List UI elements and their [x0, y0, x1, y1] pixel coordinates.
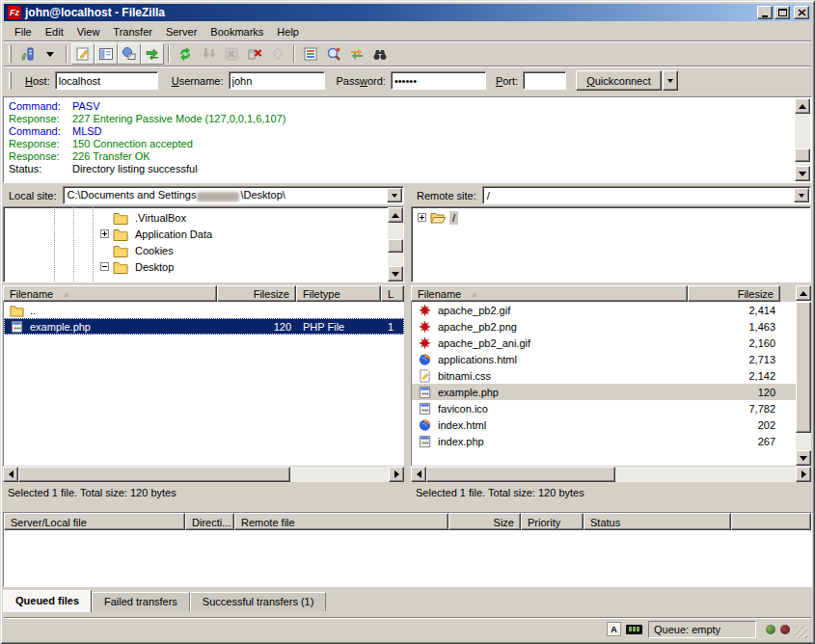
remote-horizontal-scrollbar[interactable] [411, 467, 811, 482]
toggle-transfer-queue-button[interactable] [141, 43, 164, 65]
menu-help[interactable]: Help [270, 24, 306, 40]
quickconnect-dropdown-button[interactable] [663, 70, 678, 91]
quickconnect-button[interactable]: Quickconnect [576, 70, 662, 91]
toolbar-grip[interactable] [9, 45, 12, 63]
scroll-up-button[interactable] [796, 285, 811, 301]
synchronized-browsing-button[interactable] [345, 43, 368, 65]
resize-grip[interactable] [795, 626, 807, 638]
column-header-status[interactable]: Status [584, 513, 731, 530]
file-row-apache-pb2-ani-gif[interactable]: apache_pb2_ani.gif2,160 [412, 335, 796, 351]
directory-filters-button[interactable] [299, 43, 322, 65]
remote-site-combo[interactable]: / [482, 186, 811, 204]
password-input[interactable] [391, 71, 486, 90]
tree-item-cookies[interactable]: Cookies [100, 242, 387, 258]
refresh-icon [177, 46, 193, 62]
scroll-thumb[interactable] [795, 148, 810, 162]
column-header-priority[interactable]: Priority [521, 513, 584, 530]
column-header-remote-file[interactable]: Remote file [234, 513, 448, 530]
tree-item--virtualbox[interactable]: .VirtualBox [100, 209, 387, 226]
site-manager-button[interactable] [15, 43, 39, 65]
close-button[interactable] [794, 6, 809, 19]
column-header-filesize[interactable]: Filesize [688, 285, 780, 302]
scroll-thumb[interactable] [388, 239, 403, 253]
scroll-right-button[interactable] [796, 467, 811, 482]
menu-server[interactable]: Server [159, 24, 204, 40]
file-row-bitnami-css[interactable]: bitnami.css2,142 [412, 367, 796, 384]
minimize-button[interactable] [757, 6, 773, 19]
maximize-button[interactable] [774, 6, 790, 19]
file-row-applications-html[interactable]: applications.html2,713 [412, 351, 796, 367]
host-input[interactable] [55, 71, 158, 90]
column-header-filesize[interactable]: Filesize [217, 285, 296, 302]
local-site-dropdown[interactable] [387, 188, 402, 202]
tree-item-application-data[interactable]: Application Data [100, 226, 387, 242]
speed-limit-icon[interactable] [626, 625, 642, 634]
remote-site-dropdown[interactable] [794, 188, 809, 202]
refresh-button[interactable] [174, 43, 197, 65]
expand-icon[interactable] [100, 229, 109, 238]
remote-list-vertical-scrollbar[interactable] [796, 285, 811, 466]
menu-transfer[interactable]: Transfer [106, 24, 159, 40]
expand-icon[interactable] [418, 213, 426, 222]
process-queue-button[interactable] [197, 43, 220, 65]
directory-comparison-button[interactable] [322, 43, 345, 65]
port-input[interactable] [523, 71, 566, 90]
column-header-server-local-file[interactable]: Server/Local file [4, 513, 185, 530]
find-files-button[interactable] [368, 43, 392, 65]
menu-edit[interactable]: Edit [39, 24, 70, 40]
scroll-thumb[interactable] [796, 302, 811, 433]
file-name-cell: apache_pb2.gif [412, 304, 689, 317]
toggle-local-tree-button[interactable] [95, 43, 118, 65]
file-row-example-php[interactable]: example.php120PHP File1 [4, 318, 404, 335]
titlebar[interactable]: Fz john@localhost - FileZilla [4, 4, 811, 21]
file-name-cell: example.php [412, 386, 689, 399]
tab-queued-files[interactable]: Queued files [3, 590, 92, 612]
menu-file[interactable]: File [8, 24, 39, 40]
statusbar: A Queue: empty [4, 617, 811, 640]
tab-successful-transfers-1-[interactable]: Successful transfers (1) [190, 592, 327, 611]
disconnect-button[interactable] [243, 43, 266, 65]
quickbar-grip[interactable] [9, 72, 12, 90]
toggle-remote-tree-button[interactable] [118, 43, 141, 65]
scroll-left-button[interactable] [3, 467, 18, 482]
scroll-down-button[interactable] [795, 166, 810, 181]
column-header-directi-[interactable]: Directi... [185, 513, 234, 530]
file-row-favicon-ico[interactable]: favicon.ico7,782 [412, 400, 796, 416]
column-header-filename[interactable]: Filename [411, 285, 688, 302]
tree-item-label: Desktop [132, 260, 177, 274]
tree-item--[interactable]: / [418, 209, 794, 226]
scroll-right-button[interactable] [389, 467, 404, 482]
scroll-thumb[interactable] [426, 467, 615, 482]
scroll-down-button[interactable] [388, 266, 403, 282]
scroll-up-button[interactable] [795, 98, 810, 114]
scroll-thumb[interactable] [18, 467, 290, 482]
toggle-message-log-button[interactable] [71, 43, 95, 65]
local-tree-vertical-scrollbar[interactable] [388, 207, 403, 282]
column-header-filetype[interactable]: Filetype [296, 285, 381, 302]
local-site-combo[interactable]: C:\Documents and Settings\Desktop\ [63, 186, 404, 204]
log-vertical-scrollbar[interactable] [795, 98, 810, 181]
scroll-up-button[interactable] [388, 207, 403, 223]
file-row--[interactable]: .. [4, 302, 404, 318]
file-row-apache-pb2-png[interactable]: apache_pb2.png1,463 [412, 318, 796, 335]
collapse-icon[interactable] [100, 262, 109, 271]
log-line-text: 226 Transfer OK [72, 150, 150, 163]
file-row-example-php[interactable]: example.php120 [412, 384, 796, 400]
file-row-apache-pb2-gif[interactable]: apache_pb2.gif2,414 [412, 302, 796, 318]
username-input[interactable] [229, 71, 325, 90]
local-horizontal-scrollbar[interactable] [3, 467, 404, 482]
menu-bookmarks[interactable]: Bookmarks [204, 24, 270, 40]
cancel-operation-button[interactable] [220, 43, 243, 65]
file-row-index-php[interactable]: index.php267 [412, 433, 796, 449]
column-header-filename[interactable]: Filename [3, 285, 217, 302]
tab-failed-transfers[interactable]: Failed transfers [92, 592, 190, 611]
site-manager-dropdown-button[interactable] [39, 43, 62, 65]
menu-view[interactable]: View [70, 24, 107, 40]
tree-item-desktop[interactable]: Desktop [100, 258, 387, 275]
column-header-size[interactable]: Size [448, 513, 521, 530]
column-header-l[interactable]: L [381, 285, 404, 302]
reconnect-button[interactable] [266, 43, 289, 65]
scroll-down-button[interactable] [796, 450, 811, 466]
scroll-left-button[interactable] [411, 467, 426, 482]
file-row-index-html[interactable]: index.html202 [412, 416, 796, 433]
